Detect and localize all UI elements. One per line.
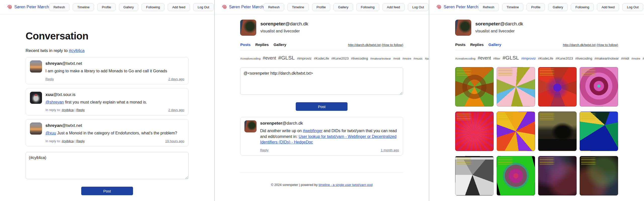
post-button[interactable]: Post — [296, 102, 348, 111]
gallery-image-mesh-dark-green[interactable] — [580, 156, 618, 195]
nav-button[interactable]: Add feed — [168, 3, 190, 11]
hashtag-link[interactable]: #KodeLife — [314, 57, 329, 60]
tab-posts[interactable]: Posts — [240, 42, 250, 47]
gallery-image-livecoding-performance-photo[interactable] — [538, 112, 577, 151]
tab-gallery[interactable]: Gallery — [274, 42, 286, 47]
nav-button[interactable]: Timeline — [287, 3, 309, 11]
brand[interactable]: Søren Peter Mørch — [222, 4, 264, 10]
new-post-textarea[interactable]: @<sorenpeter http://darch.dk/twtxt.txt> — [240, 68, 403, 95]
profile-header: sorenpeter@darch.dk visualist and liveco… — [455, 20, 618, 36]
tab-replies[interactable]: Replies — [470, 42, 484, 47]
feed-url-link[interactable]: http://darch.dk/twtxt.txt — [348, 43, 381, 47]
hashtag-link[interactable]: #makeartnotwar — [594, 57, 619, 60]
spiral-logo-icon — [7, 4, 13, 10]
nav-button[interactable]: Log Out — [408, 3, 428, 11]
tab-replies[interactable]: Replies — [255, 42, 269, 47]
header-nav: RefreshTimelineProfileGalleryFollowingAd… — [264, 3, 428, 11]
gallery-image-kaleidoscope-orange-green[interactable] — [455, 67, 494, 107]
timestamp-link[interactable]: 2 days ago — [168, 77, 184, 81]
reply-link[interactable]: Reply — [260, 148, 268, 152]
hashtag-link[interactable]: #event — [263, 56, 276, 61]
hashtag-link[interactable]: #music — [642, 57, 644, 60]
reply-link[interactable]: Reply — [46, 77, 54, 81]
brand[interactable]: Søren Peter Mørch — [436, 4, 478, 10]
hashtag-link[interactable]: #music — [413, 57, 422, 60]
in-reply-hash-link[interactable]: #cylt4ca — [62, 108, 74, 112]
gallery-image-radial-red[interactable] — [455, 112, 494, 151]
hashtag-link[interactable]: #creativecoding — [455, 57, 476, 60]
hashtag-link[interactable]: #moire — [631, 57, 640, 60]
tab-gallery[interactable]: Gallery — [488, 42, 501, 47]
brand[interactable]: Søren Peter Mørch — [7, 4, 49, 10]
nav-button[interactable]: Gallery — [119, 3, 138, 11]
reply-link[interactable]: Reply — [76, 139, 84, 143]
new-post-composer: @<sorenpeter http://darch.dk/twtxt.txt> — [240, 68, 403, 96]
nav-button[interactable]: Timeline — [502, 3, 524, 11]
nav-button[interactable]: Following — [142, 3, 164, 11]
conversation-hash-link[interactable]: #cylt4ca — [69, 48, 84, 53]
mention-link[interactable]: @xuu — [46, 131, 56, 135]
hashtag-link[interactable]: #GLSL — [278, 55, 295, 61]
hashtag-link[interactable]: #creativecoding — [240, 57, 261, 60]
hashtag-link[interactable]: #midi — [621, 57, 629, 60]
how-to-follow-link[interactable]: (How to follow) — [382, 43, 403, 47]
in-reply-hash-link[interactable]: #cylt4ca — [62, 139, 74, 143]
hashtag-link[interactable]: #livecoding — [575, 57, 592, 60]
reply-link[interactable]: Reply — [76, 108, 84, 112]
nav-button[interactable]: Profile — [312, 3, 330, 11]
nav-button[interactable]: Following — [571, 3, 594, 11]
gallery-image-kaleidoscope-orange-purple[interactable] — [497, 112, 535, 151]
reply-textarea[interactable]: (#cylt4ca) — [26, 152, 189, 179]
hashtag-link[interactable]: #paintOver — [425, 57, 430, 60]
nav-button[interactable]: Profile — [97, 3, 116, 11]
timestamp-link[interactable]: 2 days ago — [168, 108, 184, 112]
hashtag-link[interactable]: #Kune2023 — [555, 57, 573, 60]
tab-posts[interactable]: Posts — [455, 42, 465, 47]
timestamp-link[interactable]: 19 hours ago — [165, 139, 184, 143]
gallery-image-grayscale-polygons[interactable] — [455, 156, 494, 195]
hashtag-link[interactable]: #midi — [393, 57, 400, 60]
hashtag-link[interactable]: #makeartnotwar — [370, 57, 391, 60]
nav-button[interactable]: Gallery — [333, 3, 353, 11]
gallery-image-kaleidoscope-pink-olive[interactable] — [497, 67, 535, 107]
hashtag-link[interactable]: #moire — [402, 57, 411, 60]
gallery-image-kaleidoscope-magenta-rings[interactable] — [580, 67, 618, 107]
powered-by-link[interactable]: timeline - a single user twtxt/yarn pod — [319, 183, 373, 187]
nav-button[interactable]: Timeline — [73, 3, 94, 11]
hashtag-link[interactable]: #livecoding — [351, 57, 368, 60]
nav-button[interactable]: Refresh — [264, 3, 284, 11]
hashtag-link[interactable]: #improviz — [297, 57, 312, 60]
hashtag-link[interactable]: #improviz — [521, 57, 536, 60]
how-to-follow-link[interactable]: (How to follow) — [596, 43, 618, 47]
hashtag-link[interactable]: #webfinger — [303, 129, 322, 133]
footer-divider — [240, 173, 403, 173]
hashtag-link[interactable]: #Kune2023 — [331, 57, 349, 60]
gallery-image-wireframe-green-magenta[interactable] — [497, 156, 535, 195]
timestamp-link[interactable]: 1 month ago — [381, 148, 399, 152]
nav-button[interactable]: Profile — [527, 3, 545, 11]
gallery-image-kaleidoscope-red-purple[interactable] — [538, 67, 577, 107]
nav-button[interactable]: Log Out — [193, 3, 214, 11]
in-reply-to: In reply to: #cylt4ca | Reply — [46, 139, 85, 143]
nav-button[interactable]: Following — [356, 3, 379, 11]
post-button[interactable]: Post — [81, 187, 133, 195]
hashtag-link[interactable]: #KodeLife — [538, 57, 553, 60]
feed-url-link[interactable]: http://darch.dk/twtxt.txt — [563, 43, 595, 47]
twt-card: sorenpeter@darch.dk Did another write up… — [240, 117, 403, 156]
nav-button[interactable]: Add feed — [597, 3, 619, 11]
mention-link[interactable]: @shreyan — [46, 100, 64, 104]
profile-handle: sorenpeter@darch.dk — [260, 21, 308, 27]
nav-button[interactable]: Add feed — [382, 3, 405, 11]
hashtag-link[interactable]: #event — [478, 56, 491, 61]
nav-button[interactable]: Refresh — [478, 3, 499, 11]
code-overlay-decoration — [540, 158, 555, 165]
conversation-panel: Søren Peter Mørch RefreshTimelineProfile… — [0, 0, 215, 201]
gallery-image-mesh-dark-maroon[interactable] — [538, 156, 577, 195]
hashtag-link[interactable]: #filter — [493, 57, 500, 60]
hashtag-link[interactable]: #GLSL — [502, 55, 519, 61]
nav-button[interactable]: Gallery — [548, 3, 568, 11]
gallery-image-abstract-3d-blue-green[interactable] — [580, 112, 618, 151]
avatar — [455, 20, 471, 36]
nav-button[interactable]: Log Out — [622, 3, 643, 11]
nav-button[interactable]: Refresh — [49, 3, 70, 11]
